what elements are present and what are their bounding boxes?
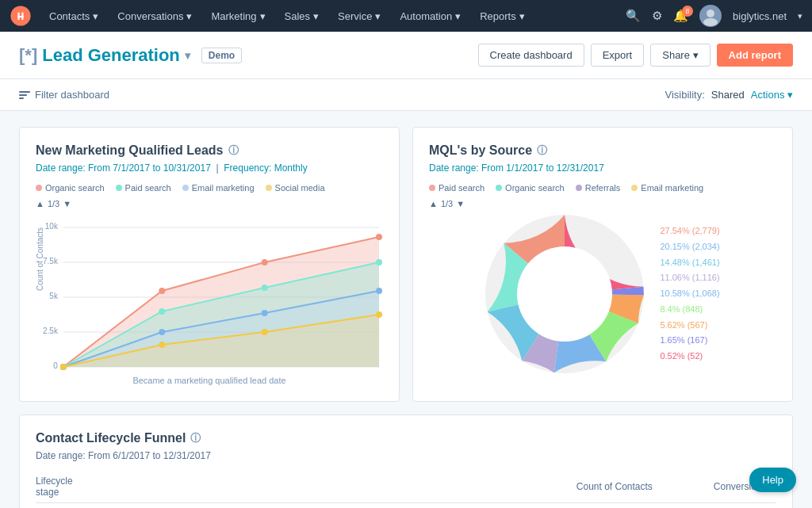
donut-chart-date-range: Date range: From 1/1/2017 to 12/31/2017 [429, 162, 776, 174]
donut-legend-paid: Paid search [429, 183, 485, 193]
nav-contacts[interactable]: Contacts ▾ [41, 0, 106, 32]
nav-reports[interactable]: Reports ▾ [472, 0, 533, 32]
page-header: [*] Lead Generation ▾ Demo Create dashbo… [0, 32, 812, 79]
line-chart-info-icon[interactable]: ⓘ [228, 143, 239, 158]
funnel-stage-lead: Lead [36, 503, 95, 509]
svg-point-18 [159, 288, 165, 294]
funnel-count-lead [576, 503, 699, 509]
donut-legend-referrals: Referrals [576, 183, 621, 193]
svg-point-29 [262, 310, 268, 316]
svg-text:2.5k: 2.5k [43, 327, 58, 335]
line-chart-date-range: Date range: From 7/1/2017 to 10/31/2017 … [36, 162, 383, 174]
line-chart-card: New Marketing Qualified Leads ⓘ Date ran… [19, 127, 400, 402]
funnel-col-count [95, 471, 576, 503]
svg-rect-3 [19, 91, 30, 93]
user-menu[interactable]: biglytics.net [733, 10, 787, 22]
funnel-bar-lead: 121,914 [95, 503, 576, 509]
svg-rect-5 [19, 97, 24, 99]
svg-point-1 [707, 10, 714, 17]
donut-chart-info-icon[interactable]: ⓘ [537, 143, 547, 158]
svg-text:5k: 5k [49, 292, 58, 300]
legend-email: Email marketing [182, 183, 255, 193]
page-title: [*] Lead Generation ▾ Demo [19, 45, 242, 66]
hubspot-logo[interactable] [10, 5, 32, 27]
line-chart-area: 0 2.5k 5k 7.5k 10k [36, 212, 383, 385]
funnel-title: Contact Lifecycle Funnel ⓘ [36, 431, 776, 445]
donut-chart-area: 27.54% (2,779) 20.15% (2,034) 14.48% (1,… [429, 215, 776, 373]
donut-chart-pagination: ▲ 1/3 ▼ [429, 199, 776, 208]
help-button[interactable]: Help [749, 468, 796, 492]
settings-icon[interactable]: ⚙ [652, 9, 662, 23]
export-button[interactable]: Export [591, 44, 645, 67]
funnel-conversion-lead: 3.29% [699, 503, 776, 509]
svg-point-34 [262, 329, 268, 335]
top-navigation: Contacts ▾ Conversations ▾ Marketing ▾ S… [0, 0, 812, 32]
funnel-col-stage: Lifecycle stage [36, 471, 95, 503]
add-report-button[interactable]: Add report [717, 44, 793, 67]
svg-point-28 [159, 329, 165, 335]
svg-point-30 [376, 288, 382, 294]
svg-text:0: 0 [53, 361, 58, 370]
notifications-icon[interactable]: 🔔 8 [673, 9, 688, 23]
legend-organic: Organic search [36, 183, 105, 193]
nav-service[interactable]: Service ▾ [330, 0, 389, 32]
donut-chart-title: MQL's by Source ⓘ [429, 143, 776, 158]
demo-badge: Demo [201, 48, 242, 63]
filter-right: Visibility: Shared Actions ▾ [665, 89, 793, 101]
title-dropdown-icon[interactable]: ▾ [185, 49, 190, 62]
svg-point-41 [517, 246, 612, 342]
svg-point-20 [376, 234, 382, 240]
user-avatar[interactable] [699, 5, 722, 27]
funnel-col-count-label: Count of Contacts [576, 471, 699, 503]
donut-chart-labels: 27.54% (2,779) 20.15% (2,034) 14.48% (1,… [660, 223, 719, 365]
svg-point-2 [703, 18, 718, 26]
header-actions: Create dashboard Export Share ▾ Add repo… [478, 44, 793, 67]
donut-legend-organic: Organic search [496, 183, 565, 193]
funnel-table: Lifecycle stage Count of Contacts Conver… [36, 471, 776, 508]
funnel-date-range: Date range: From 6/1/2017 to 12/31/2017 [36, 450, 776, 461]
x-axis-label: Became a marketing qualified lead date [36, 376, 383, 385]
donut-chart-card: MQL's by Source ⓘ Date range: From 1/1/2… [412, 127, 793, 402]
create-dashboard-button[interactable]: Create dashboard [478, 44, 584, 67]
legend-social: Social media [266, 183, 325, 193]
nav-sales[interactable]: Sales ▾ [277, 0, 327, 32]
svg-point-25 [376, 259, 382, 265]
filter-dashboard-button[interactable]: Filter dashboard [19, 89, 109, 101]
actions-dropdown[interactable]: Actions ▾ [751, 89, 793, 101]
y-axis-label: Count of Contacts [36, 227, 44, 291]
donut-legend-email: Email marketing [631, 183, 703, 193]
nav-right-actions: 🔍 ⚙ 🔔 8 biglytics.net ▾ [626, 5, 802, 27]
nav-automation[interactable]: Automation ▾ [392, 0, 469, 32]
funnel-row-lead: Lead 121,914 3.29% [36, 503, 776, 509]
search-icon[interactable]: 🔍 [626, 9, 641, 23]
svg-rect-4 [19, 94, 27, 96]
svg-text:10k: 10k [45, 222, 58, 231]
filter-bar: Filter dashboard Visibility: Shared Acti… [0, 79, 812, 111]
nav-conversations[interactable]: Conversations ▾ [109, 0, 200, 32]
nav-marketing[interactable]: Marketing ▾ [203, 0, 273, 32]
main-content: New Marketing Qualified Leads ⓘ Date ran… [0, 111, 812, 508]
line-chart-title: New Marketing Qualified Leads ⓘ [36, 143, 383, 158]
funnel-info-icon[interactable]: ⓘ [190, 431, 201, 445]
svg-point-32 [60, 364, 67, 370]
svg-point-35 [376, 311, 382, 318]
svg-point-33 [159, 342, 165, 348]
visibility-value: Shared [711, 89, 745, 101]
svg-text:7.5k: 7.5k [43, 257, 58, 265]
svg-point-24 [262, 285, 268, 291]
filter-icon [19, 90, 30, 101]
line-chart-pagination: ▲ 1/3 ▼ [36, 199, 383, 208]
legend-paid: Paid search [116, 183, 171, 193]
share-button[interactable]: Share ▾ [650, 44, 710, 67]
chart-row: New Marketing Qualified Leads ⓘ Date ran… [19, 127, 793, 402]
svg-point-23 [159, 308, 165, 315]
donut-chart-legend: Paid search Organic search Referrals Ema… [429, 183, 776, 193]
svg-point-19 [262, 259, 268, 265]
funnel-card: Contact Lifecycle Funnel ⓘ Date range: F… [19, 414, 793, 508]
line-chart-legend: Organic search Paid search Email marketi… [36, 183, 383, 193]
